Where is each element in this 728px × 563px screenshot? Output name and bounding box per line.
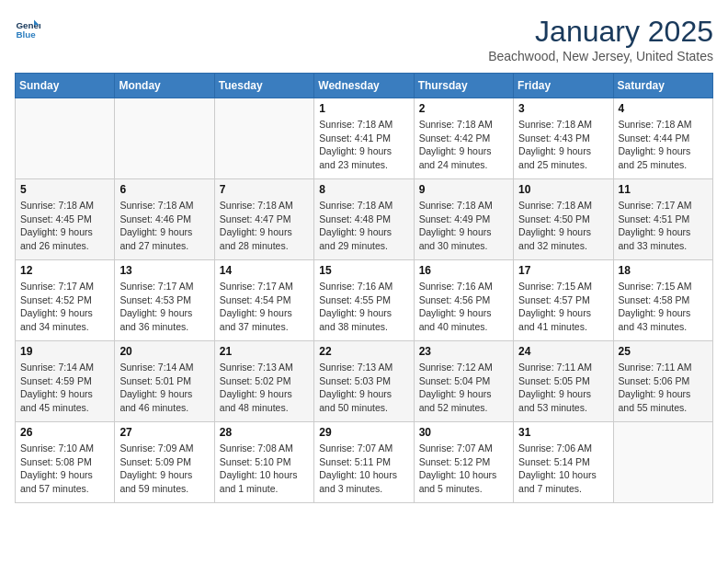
calendar-cell: 5Sunrise: 7:18 AM Sunset: 4:45 PM Daylig… <box>16 179 115 260</box>
calendar-cell: 29Sunrise: 7:07 AM Sunset: 5:11 PM Dayli… <box>314 422 414 503</box>
day-number: 15 <box>319 264 408 277</box>
day-info: Sunrise: 7:18 AM Sunset: 4:41 PM Dayligh… <box>319 118 408 172</box>
day-info: Sunrise: 7:14 AM Sunset: 4:59 PM Dayligh… <box>20 361 109 415</box>
day-info: Sunrise: 7:18 AM Sunset: 4:42 PM Dayligh… <box>419 118 508 172</box>
title-block: January 2025 Beachwood, New Jersey, Unit… <box>488 15 713 63</box>
day-number: 17 <box>518 264 608 277</box>
calendar-cell: 6Sunrise: 7:18 AM Sunset: 4:46 PM Daylig… <box>115 179 214 260</box>
logo-icon: General Blue <box>15 15 40 40</box>
calendar-cell: 9Sunrise: 7:18 AM Sunset: 4:49 PM Daylig… <box>414 179 513 260</box>
calendar-cell: 13Sunrise: 7:17 AM Sunset: 4:53 PM Dayli… <box>115 260 214 341</box>
day-info: Sunrise: 7:13 AM Sunset: 5:02 PM Dayligh… <box>220 361 309 415</box>
day-number: 16 <box>419 264 508 277</box>
day-info: Sunrise: 7:15 AM Sunset: 4:57 PM Dayligh… <box>518 280 608 334</box>
calendar-cell: 15Sunrise: 7:16 AM Sunset: 4:55 PM Dayli… <box>314 260 414 341</box>
weekday-header-wednesday: Wednesday <box>314 74 414 98</box>
day-info: Sunrise: 7:18 AM Sunset: 4:47 PM Dayligh… <box>220 199 309 253</box>
calendar-cell <box>214 98 313 179</box>
day-info: Sunrise: 7:17 AM Sunset: 4:51 PM Dayligh… <box>619 199 708 253</box>
day-number: 8 <box>319 183 408 196</box>
weekday-header-monday: Monday <box>115 74 214 98</box>
calendar-cell: 18Sunrise: 7:15 AM Sunset: 4:58 PM Dayli… <box>613 260 712 341</box>
calendar-cell: 25Sunrise: 7:11 AM Sunset: 5:06 PM Dayli… <box>613 341 712 422</box>
calendar-cell: 12Sunrise: 7:17 AM Sunset: 4:52 PM Dayli… <box>16 260 115 341</box>
weekday-header-saturday: Saturday <box>613 74 712 98</box>
day-number: 20 <box>119 345 209 358</box>
page-header: General Blue January 2025 Beachwood, New… <box>15 15 713 63</box>
calendar-cell: 28Sunrise: 7:08 AM Sunset: 5:10 PM Dayli… <box>214 422 313 503</box>
day-number: 26 <box>20 426 109 439</box>
day-info: Sunrise: 7:15 AM Sunset: 4:58 PM Dayligh… <box>619 280 708 334</box>
day-number: 22 <box>319 345 408 358</box>
day-number: 5 <box>20 183 109 196</box>
day-number: 25 <box>619 345 708 358</box>
day-info: Sunrise: 7:11 AM Sunset: 5:05 PM Dayligh… <box>518 361 608 415</box>
day-info: Sunrise: 7:16 AM Sunset: 4:55 PM Dayligh… <box>319 280 408 334</box>
calendar-cell <box>115 98 214 179</box>
weekday-header-tuesday: Tuesday <box>214 74 313 98</box>
location: Beachwood, New Jersey, United States <box>488 49 713 63</box>
calendar-cell <box>16 98 115 179</box>
weekday-header-thursday: Thursday <box>414 74 513 98</box>
day-info: Sunrise: 7:18 AM Sunset: 4:44 PM Dayligh… <box>619 118 708 172</box>
day-number: 21 <box>220 345 309 358</box>
calendar-cell: 30Sunrise: 7:07 AM Sunset: 5:12 PM Dayli… <box>414 422 513 503</box>
weekday-header-sunday: Sunday <box>16 74 115 98</box>
day-number: 4 <box>619 102 708 115</box>
day-info: Sunrise: 7:13 AM Sunset: 5:03 PM Dayligh… <box>319 361 408 415</box>
day-info: Sunrise: 7:17 AM Sunset: 4:52 PM Dayligh… <box>20 280 109 334</box>
day-number: 6 <box>119 183 209 196</box>
day-info: Sunrise: 7:17 AM Sunset: 4:53 PM Dayligh… <box>119 280 209 334</box>
day-info: Sunrise: 7:16 AM Sunset: 4:56 PM Dayligh… <box>419 280 508 334</box>
day-number: 27 <box>119 426 209 439</box>
day-info: Sunrise: 7:18 AM Sunset: 4:46 PM Dayligh… <box>119 199 209 253</box>
calendar-table: SundayMondayTuesdayWednesdayThursdayFrid… <box>15 73 713 503</box>
calendar-cell <box>613 422 712 503</box>
day-info: Sunrise: 7:07 AM Sunset: 5:12 PM Dayligh… <box>419 442 508 496</box>
day-info: Sunrise: 7:18 AM Sunset: 4:48 PM Dayligh… <box>319 199 408 253</box>
day-number: 3 <box>518 102 608 115</box>
day-info: Sunrise: 7:11 AM Sunset: 5:06 PM Dayligh… <box>619 361 708 415</box>
day-number: 10 <box>518 183 608 196</box>
calendar-cell: 7Sunrise: 7:18 AM Sunset: 4:47 PM Daylig… <box>214 179 313 260</box>
day-number: 28 <box>220 426 309 439</box>
day-number: 24 <box>518 345 608 358</box>
day-number: 11 <box>619 183 708 196</box>
day-number: 7 <box>220 183 309 196</box>
weekday-header-friday: Friday <box>514 74 613 98</box>
logo: General Blue <box>15 15 40 40</box>
day-number: 2 <box>419 102 508 115</box>
calendar-cell: 10Sunrise: 7:18 AM Sunset: 4:50 PM Dayli… <box>514 179 613 260</box>
day-info: Sunrise: 7:09 AM Sunset: 5:09 PM Dayligh… <box>119 442 209 496</box>
day-info: Sunrise: 7:18 AM Sunset: 4:43 PM Dayligh… <box>518 118 608 172</box>
day-info: Sunrise: 7:18 AM Sunset: 4:50 PM Dayligh… <box>518 199 608 253</box>
day-info: Sunrise: 7:17 AM Sunset: 4:54 PM Dayligh… <box>220 280 309 334</box>
calendar-cell: 16Sunrise: 7:16 AM Sunset: 4:56 PM Dayli… <box>414 260 513 341</box>
calendar-cell: 22Sunrise: 7:13 AM Sunset: 5:03 PM Dayli… <box>314 341 414 422</box>
day-number: 30 <box>419 426 508 439</box>
day-number: 14 <box>220 264 309 277</box>
calendar-cell: 14Sunrise: 7:17 AM Sunset: 4:54 PM Dayli… <box>214 260 313 341</box>
calendar-week-5: 26Sunrise: 7:10 AM Sunset: 5:08 PM Dayli… <box>16 422 713 503</box>
day-number: 29 <box>319 426 408 439</box>
weekday-header-row: SundayMondayTuesdayWednesdayThursdayFrid… <box>16 74 713 98</box>
day-info: Sunrise: 7:06 AM Sunset: 5:14 PM Dayligh… <box>518 442 608 496</box>
calendar-cell: 31Sunrise: 7:06 AM Sunset: 5:14 PM Dayli… <box>514 422 613 503</box>
calendar-cell: 2Sunrise: 7:18 AM Sunset: 4:42 PM Daylig… <box>414 98 513 179</box>
calendar-week-4: 19Sunrise: 7:14 AM Sunset: 4:59 PM Dayli… <box>16 341 713 422</box>
month-title: January 2025 <box>488 15 713 49</box>
day-info: Sunrise: 7:10 AM Sunset: 5:08 PM Dayligh… <box>20 442 109 496</box>
day-number: 19 <box>20 345 109 358</box>
calendar-cell: 24Sunrise: 7:11 AM Sunset: 5:05 PM Dayli… <box>514 341 613 422</box>
day-number: 23 <box>419 345 508 358</box>
day-info: Sunrise: 7:14 AM Sunset: 5:01 PM Dayligh… <box>119 361 209 415</box>
calendar-cell: 4Sunrise: 7:18 AM Sunset: 4:44 PM Daylig… <box>613 98 712 179</box>
day-number: 1 <box>319 102 408 115</box>
day-number: 31 <box>518 426 608 439</box>
calendar-cell: 27Sunrise: 7:09 AM Sunset: 5:09 PM Dayli… <box>115 422 214 503</box>
calendar-cell: 3Sunrise: 7:18 AM Sunset: 4:43 PM Daylig… <box>514 98 613 179</box>
day-info: Sunrise: 7:12 AM Sunset: 5:04 PM Dayligh… <box>419 361 508 415</box>
day-number: 18 <box>619 264 708 277</box>
day-number: 12 <box>20 264 109 277</box>
calendar-cell: 1Sunrise: 7:18 AM Sunset: 4:41 PM Daylig… <box>314 98 414 179</box>
